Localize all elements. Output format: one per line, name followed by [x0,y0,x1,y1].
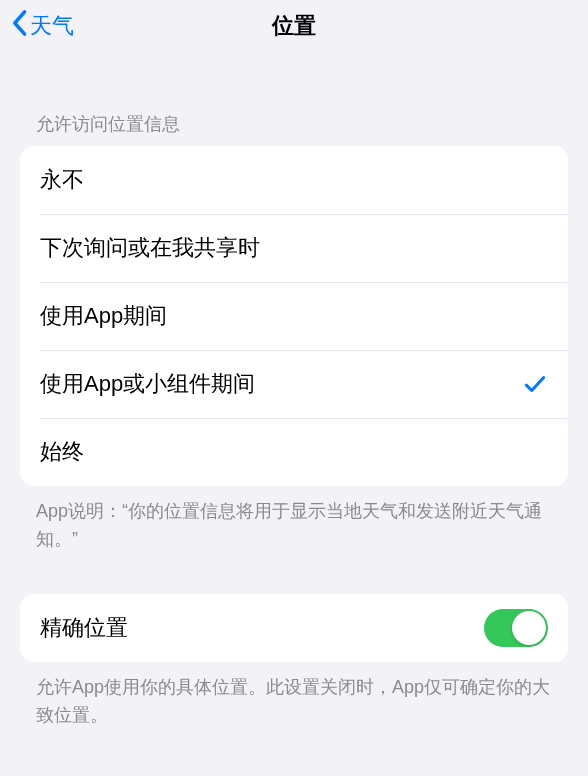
precise-location-row[interactable]: 精确位置 [20,594,568,662]
toggle-knob [512,611,546,645]
page-title: 位置 [0,11,588,41]
access-options-group: 永不 下次询问或在我共享时 使用App期间 使用App或小组件期间 始终 [20,146,568,486]
option-label: 使用App或小组件期间 [40,369,522,399]
chevron-left-icon [10,9,28,43]
access-section-footer: App说明：“你的位置信息将用于显示当地天气和发送附近天气通知。” [0,486,588,554]
precise-section-footer: 允许App使用你的具体位置。此设置关闭时，App仅可确定你的大致位置。 [0,662,588,730]
access-section-header: 允许访问位置信息 [0,52,588,146]
precise-location-label: 精确位置 [40,613,484,643]
option-ask-next-time[interactable]: 下次询问或在我共享时 [20,214,568,282]
option-label: 永不 [40,165,548,195]
spacer [0,554,588,594]
precise-location-group: 精确位置 [20,594,568,662]
option-while-using-app[interactable]: 使用App期间 [20,282,568,350]
option-label: 下次询问或在我共享时 [40,233,548,263]
precise-location-toggle[interactable] [484,609,548,647]
option-while-using-app-or-widgets[interactable]: 使用App或小组件期间 [20,350,568,418]
back-button[interactable]: 天气 [10,9,74,43]
option-label: 始终 [40,437,548,467]
option-label: 使用App期间 [40,301,548,331]
checkmark-icon [522,371,548,397]
back-label: 天气 [30,11,74,41]
nav-bar: 天气 位置 [0,0,588,52]
option-always[interactable]: 始终 [20,418,568,486]
option-never[interactable]: 永不 [20,146,568,214]
